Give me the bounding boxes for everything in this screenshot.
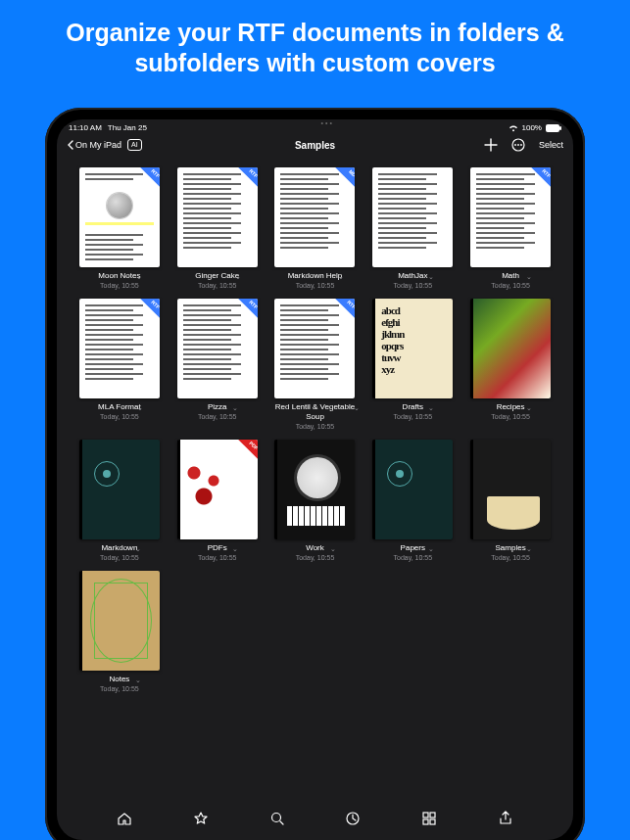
document-name: Markdown Help [288,271,343,281]
svg-rect-8 [423,813,428,817]
document-item[interactable]: RTF Pizza Today, 10:55 ⌄ [172,299,263,432]
chevron-down-icon[interactable]: ⌄ [526,403,532,413]
document-thumbnail[interactable]: RTF [177,167,258,267]
document-name: Recipes [491,402,530,412]
browse-icon[interactable] [421,811,437,826]
chevron-down-icon[interactable]: ⌄ [137,403,143,413]
chevron-down-icon[interactable]: ⌄ [135,544,141,554]
document-thumbnail[interactable]: RTF [177,299,258,398]
status-bar: 11:10 AM Thu Jan 25 ••• 100% [57,119,573,134]
svg-rect-11 [430,819,435,824]
document-name: Red Lentil & Vegetable Soup [271,402,358,422]
chevron-down-icon[interactable]: ⌄ [428,403,434,413]
document-thumbnail[interactable]: PDF [177,440,258,539]
chevron-down-icon[interactable]: ⌄ [232,403,238,413]
document-item[interactable]: RTF Math Today, 10:55 ⌄ [465,167,556,291]
nav-bar: On My iPad AI Samples Select [57,134,573,158]
document-item[interactable]: MD Markdown Help Today, 10:55 ⌄ [270,167,361,291]
document-date: Today, 10:55 [98,281,140,291]
tablet-frame: 11:10 AM Thu Jan 25 ••• 100% [45,108,585,840]
svg-rect-9 [430,813,435,817]
document-thumbnail[interactable] [79,571,160,671]
chevron-down-icon[interactable]: ⌄ [428,272,434,282]
document-name: Ginger Cake [195,271,239,281]
document-thumbnail[interactable] [79,440,160,539]
document-thumbnail[interactable] [372,167,453,267]
more-button[interactable] [511,138,525,152]
format-badge: RTF [230,167,258,195]
add-button[interactable] [484,138,498,152]
svg-rect-0 [546,124,559,132]
chevron-down-icon[interactable]: ⌄ [330,544,336,554]
document-date: Today, 10:55 [491,412,530,422]
document-item[interactable]: RTF Red Lentil & Vegetable Soup Today, 1… [270,299,361,432]
marketing-headline: Organize your RTF documents in folders &… [0,0,630,93]
document-item[interactable]: PDF PDFs Today, 10:55 ⌄ [172,440,263,563]
document-thumbnail[interactable] [274,440,355,539]
document-item[interactable]: MathJax Today, 10:55 ⌄ [367,167,458,291]
chevron-down-icon[interactable]: ⌄ [338,272,344,282]
document-item[interactable]: Notes Today, 10:55 ⌄ [74,571,165,694]
format-badge: PDF [230,440,258,467]
svg-point-3 [514,144,516,146]
document-item[interactable]: abcdefghijklmnopqrstuvwxyz Drafts Today,… [367,299,458,432]
chevron-down-icon[interactable]: ⌄ [235,272,241,282]
document-name: Moon Notes [98,271,140,281]
document-date: Today, 10:55 [100,684,139,694]
document-thumbnail[interactable]: RTF [274,299,355,398]
multitask-dots[interactable]: ••• [321,119,334,126]
tablet-screen: 11:10 AM Thu Jan 25 ••• 100% [57,119,573,840]
document-thumbnail[interactable]: RTF [79,167,160,267]
document-date: Today, 10:55 [394,281,433,291]
document-item[interactable]: Recipes Today, 10:55 ⌄ [465,299,556,432]
document-item[interactable]: Markdown Today, 10:55 ⌄ [74,440,165,563]
home-icon[interactable] [117,811,132,826]
document-thumbnail[interactable] [470,440,551,539]
document-item[interactable]: Work Today, 10:55 ⌄ [270,440,361,563]
document-name: Samples [491,543,530,553]
document-date: Today, 10:55 [296,553,335,563]
document-thumbnail[interactable]: RTF [79,299,160,398]
document-grid: RTF Moon Notes Today, 10:55 ⌄ RTF Ginger… [57,158,573,704]
document-item[interactable]: Papers Today, 10:55 ⌄ [367,440,458,563]
document-date: Today, 10:55 [491,281,530,291]
chevron-down-icon[interactable]: ⌄ [428,544,434,554]
battery-percent: 100% [522,123,542,132]
svg-point-6 [271,814,280,822]
chevron-down-icon[interactable]: ⌄ [354,403,360,413]
document-thumbnail[interactable]: RTF [470,167,551,267]
chevron-left-icon [67,140,73,150]
document-item[interactable]: RTF MLA Format Today, 10:55 ⌄ [74,299,165,432]
document-thumbnail[interactable] [470,299,551,398]
back-label: On My iPad [75,140,121,150]
document-name: MLA Format [98,402,141,412]
document-name: Work [296,543,335,553]
document-name: PDFs [198,543,237,553]
document-item[interactable]: RTF Moon Notes Today, 10:55 ⌄ [74,167,165,291]
share-icon[interactable] [498,811,513,826]
chevron-down-icon[interactable]: ⌄ [232,544,238,554]
recent-icon[interactable] [345,811,361,826]
favorites-icon[interactable] [193,811,209,826]
format-badge: RTF [132,299,160,326]
document-thumbnail[interactable] [372,440,453,539]
ai-badge[interactable]: AI [127,139,142,151]
chevron-down-icon[interactable]: ⌄ [526,544,532,554]
search-icon[interactable] [269,811,285,826]
chevron-down-icon[interactable]: ⌄ [136,272,142,282]
svg-rect-10 [423,819,428,824]
document-thumbnail[interactable]: MD [274,167,355,267]
chevron-down-icon[interactable]: ⌄ [135,676,141,685]
document-item[interactable]: Samples Today, 10:55 ⌄ [465,440,556,563]
document-date: Today, 10:55 [288,281,343,291]
document-item[interactable]: RTF Ginger Cake Today, 10:55 ⌄ [172,167,263,291]
chevron-down-icon[interactable]: ⌄ [526,272,532,282]
document-name: MathJax [394,271,433,281]
format-badge: RTF [132,167,160,195]
status-date: Thu Jan 25 [108,123,147,132]
document-date: Today, 10:55 [394,412,433,422]
document-thumbnail[interactable]: abcdefghijklmnopqrstuvwxyz [372,299,453,398]
back-button[interactable]: On My iPad [67,140,121,150]
document-date: Today, 10:55 [491,553,530,563]
select-button[interactable]: Select [539,140,563,150]
